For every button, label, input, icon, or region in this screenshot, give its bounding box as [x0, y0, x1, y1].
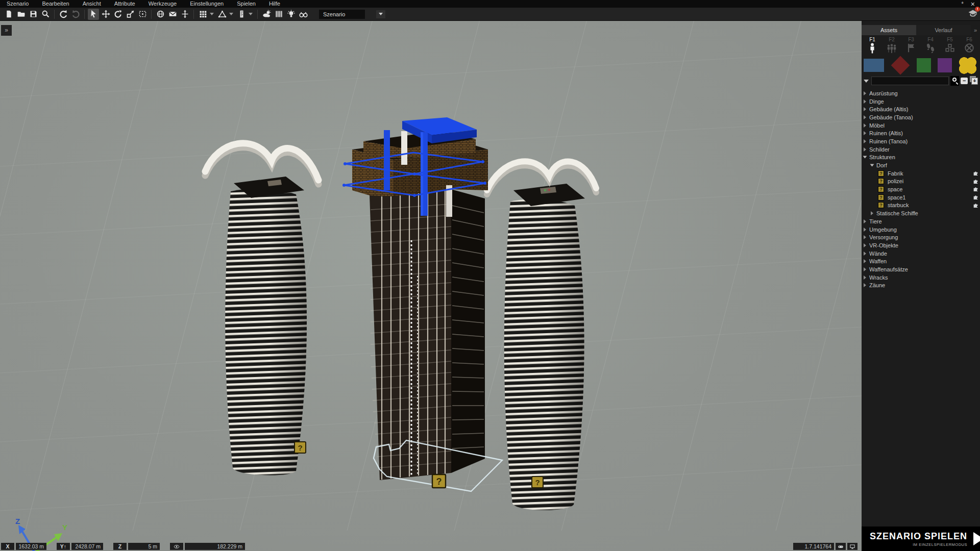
asset-mode-button[interactable]: F4: [921, 37, 940, 56]
tree-expand-arrow-icon[interactable]: [864, 115, 866, 119]
surface-snap-dropdown-icon[interactable]: [229, 13, 233, 15]
tower-center-selected[interactable]: [342, 117, 502, 491]
edit-search-button[interactable]: [40, 9, 51, 20]
tree-item[interactable]: ? Möbel: [862, 121, 980, 130]
side-filter-shape[interactable]: [938, 58, 952, 72]
asset-mode-button[interactable]: F5: [940, 37, 960, 56]
rotate-tool-button[interactable]: [112, 9, 124, 20]
side-filter-shape[interactable]: [959, 57, 977, 74]
side-filter-shape[interactable]: [864, 59, 884, 72]
tree-item[interactable]: ? Gebäude (Tanoa): [862, 113, 980, 121]
select-tool-button[interactable]: [88, 9, 99, 20]
mail-button[interactable]: [167, 9, 178, 20]
tree-item[interactable]: ? Waffen: [862, 257, 980, 265]
preview-button[interactable]: [298, 9, 309, 20]
tree-expand-arrow-icon[interactable]: [864, 131, 866, 135]
globe-button[interactable]: [155, 9, 166, 20]
tree-expand-arrow-icon[interactable]: [864, 139, 866, 143]
tutorial-hint-button[interactable]: !: [968, 8, 978, 20]
tree-expand-arrow-icon[interactable]: [864, 228, 866, 232]
save-button[interactable]: [28, 9, 39, 20]
asset-mode-button[interactable]: F3: [901, 37, 921, 56]
search-button[interactable]: [950, 76, 959, 86]
menu-item[interactable]: Einstellungen: [183, 0, 230, 8]
tree-expand-arrow-icon[interactable]: [864, 252, 866, 256]
tower-left[interactable]: [205, 143, 318, 475]
menu-item[interactable]: Werkzeuge: [142, 0, 183, 8]
undo-button[interactable]: [58, 9, 69, 20]
date-button[interactable]: [273, 9, 284, 20]
tree-item[interactable]: ? Gebäude (Altis): [862, 105, 980, 113]
sidebar-tab[interactable]: Assets: [862, 25, 916, 35]
viewport-3d[interactable]: ? ? ? Z Y X »: [0, 21, 862, 551]
left-panel-expander[interactable]: »: [1, 25, 12, 36]
lighting-button[interactable]: [285, 9, 297, 20]
menu-item[interactable]: Attribute: [108, 0, 142, 8]
menu-item[interactable]: Ansicht: [76, 0, 108, 8]
tree-expand-arrow-icon[interactable]: [864, 147, 866, 152]
tree-item[interactable]: ? Dinge: [862, 97, 980, 106]
scale-tool-button[interactable]: [125, 9, 136, 20]
tree-item[interactable]: ? Ruinen (Tanoa): [862, 137, 980, 145]
unknown-badge-left[interactable]: ?: [295, 442, 306, 453]
tree-expand-arrow-icon[interactable]: [864, 276, 866, 280]
weather-button[interactable]: [261, 9, 272, 20]
redo-button[interactable]: [70, 9, 81, 20]
tree-expand-arrow-icon[interactable]: [870, 164, 874, 167]
tree-item[interactable]: ? space1: [862, 193, 980, 202]
tree-expand-arrow-icon[interactable]: [863, 156, 867, 159]
sidebar-tab[interactable]: Verlauf: [916, 25, 971, 35]
asset-mode-button[interactable]: F1: [863, 37, 882, 56]
expand-all-button[interactable]: +: [971, 78, 978, 85]
asset-search-input[interactable]: [871, 77, 949, 85]
side-filter-shape[interactable]: [917, 58, 931, 72]
tree-expand-arrow-icon[interactable]: [871, 211, 873, 215]
tree-expand-arrow-icon[interactable]: [864, 267, 866, 271]
play-scenario-button[interactable]: SZENARIO SPIELEN IM EINZELSPIELERMODUS: [862, 527, 980, 551]
open-folder-button[interactable]: [15, 9, 27, 20]
tree-item[interactable]: ? polizei: [862, 178, 980, 186]
tree-filter-dropdown-icon[interactable]: [864, 80, 869, 83]
translate-tool-button[interactable]: [100, 9, 111, 20]
minimize-button[interactable]: *: [961, 1, 964, 8]
collapse-all-button[interactable]: −: [961, 78, 968, 84]
new-file-button[interactable]: [3, 9, 14, 20]
surface-snap-button[interactable]: [216, 9, 228, 20]
tree-item[interactable]: ? Umgebung: [862, 226, 980, 234]
tree-expand-arrow-icon[interactable]: [864, 283, 866, 287]
menu-item[interactable]: Hilfe: [262, 0, 287, 8]
tree-item[interactable]: ? Wracks: [862, 273, 980, 282]
tree-item[interactable]: ? starbuck: [862, 202, 980, 210]
tree-expand-arrow-icon[interactable]: [864, 259, 866, 263]
tree-item[interactable]: ? Statische Schiffe: [862, 209, 980, 217]
tree-item[interactable]: ? space: [862, 185, 980, 193]
tree-expand-arrow-icon[interactable]: [864, 107, 866, 111]
tree-item[interactable]: ? Tiere: [862, 217, 980, 226]
menu-item[interactable]: Bearbeiten: [35, 0, 76, 8]
menu-item[interactable]: Szenario: [0, 0, 35, 8]
tab-overflow-chevron[interactable]: »: [971, 25, 980, 35]
tree-expand-arrow-icon[interactable]: [864, 91, 866, 95]
close-button[interactable]: ×: [971, 0, 975, 8]
tree-item[interactable]: ? Zäune: [862, 282, 980, 290]
tree-expand-arrow-icon[interactable]: [864, 219, 866, 223]
tree-item[interactable]: ? Strukturen: [862, 154, 980, 162]
tree-item[interactable]: ? Fabrik: [862, 169, 980, 178]
gamepad-icon[interactable]: [836, 543, 846, 550]
asset-mode-button[interactable]: F2: [882, 37, 901, 56]
scenario-phase-select[interactable]: Szenario: [319, 10, 385, 19]
grid-snap-button[interactable]: [197, 9, 208, 20]
tree-item[interactable]: ? Schilder: [862, 145, 980, 154]
tree-item[interactable]: ? VR-Objekte: [862, 241, 980, 249]
scenario-phase-dropdown-icon[interactable]: [376, 10, 385, 18]
tree-expand-arrow-icon[interactable]: [864, 235, 866, 239]
tree-item[interactable]: ? Ruinen (Altis): [862, 129, 980, 137]
scene-canvas[interactable]: ? ? ? Z Y X: [0, 21, 862, 551]
monitor-icon[interactable]: [847, 543, 857, 550]
area-select-tool-button[interactable]: [137, 9, 148, 20]
unknown-badge-center[interactable]: ?: [432, 474, 446, 488]
tree-expand-arrow-icon[interactable]: [864, 123, 866, 128]
grid-snap-dropdown-icon[interactable]: [210, 13, 214, 15]
side-filter-shape[interactable]: [891, 56, 910, 74]
tree-item[interactable]: ? Dorf: [862, 161, 980, 169]
